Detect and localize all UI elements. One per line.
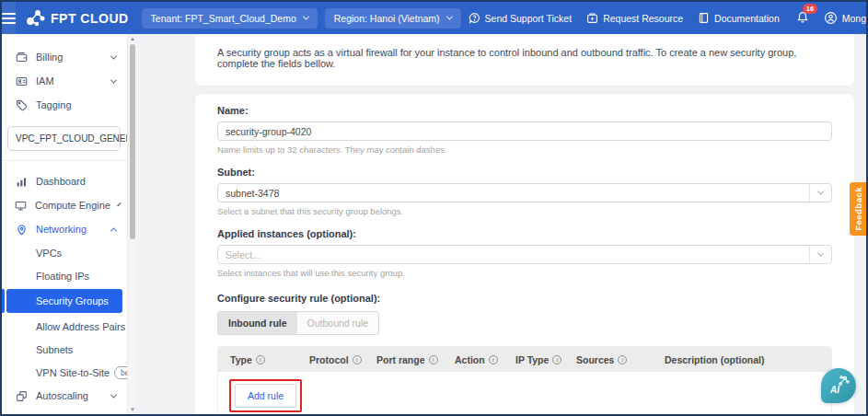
applied-instances-placeholder: Select... (218, 249, 809, 260)
tab-outbound-rule[interactable]: Outbound rule (297, 312, 379, 334)
scroll-up-arrow[interactable]: ▲ (128, 34, 137, 43)
info-icon[interactable]: i (618, 355, 627, 364)
region-selector[interactable]: Region: Hanoi (Vietnam) (325, 8, 461, 29)
documentation-link[interactable]: Documentation (698, 12, 780, 24)
name-field-group: Name: Name limits up to 32 characters. T… (217, 105, 832, 155)
vertical-scrollbar: ▲ ▼ (127, 34, 136, 414)
tag-icon (15, 99, 28, 111)
sidebar-subitem-allow-address-pairs[interactable]: Allow Address Pairs (2, 315, 127, 338)
applied-instances-field-group: Applied instances (optional): Select... … (217, 228, 832, 278)
scroll-down-arrow[interactable]: ▼ (128, 405, 137, 414)
sidebar-item-label: Billing (36, 52, 103, 63)
sidebar-subitem-vpcs[interactable]: VPCs (2, 241, 127, 264)
applied-instances-label: Applied instances (optional): (217, 228, 832, 239)
applied-instances-helper-text: Select instances that will use this secu… (217, 268, 832, 278)
sidebar-subitem-security-groups[interactable]: Security Groups (6, 289, 122, 313)
name-input[interactable] (217, 121, 832, 141)
user-menu[interactable]: Mong Nuong (824, 11, 868, 25)
security-group-form: Name: Name limits up to 32 characters. T… (195, 94, 854, 414)
chevron-down-icon (117, 202, 121, 205)
vpc-selector-value: VPC_FPT_CLOUD_GENERAL (16, 133, 127, 144)
active-indicator (2, 289, 5, 313)
subnet-label: Subnet: (217, 167, 832, 178)
name-helper-text: Name limits up to 32 characters. They ma… (217, 144, 832, 155)
sidebar-item-label: Dashboard (36, 176, 116, 187)
feedback-tab[interactable]: Feedback (850, 182, 866, 236)
monitor-icon (15, 200, 27, 212)
name-label: Name: (217, 105, 832, 116)
request-resource-label: Request Resource (603, 13, 683, 24)
ai-assistant-button[interactable]: AI (821, 368, 856, 403)
fpt-molecule-icon (25, 9, 45, 28)
request-resource-link[interactable]: Request Resource (586, 12, 683, 24)
sidebar-item-autoscaling[interactable]: Autoscaling (2, 384, 127, 408)
location-pin-icon (15, 224, 28, 236)
user-avatar-icon (824, 11, 838, 25)
info-icon[interactable]: i (353, 355, 362, 364)
column-label: IP Type (515, 354, 549, 365)
configure-rule-label: Configure security rule (optional): (217, 293, 832, 304)
chevron-up-icon (110, 227, 117, 234)
sidebar-item-label: IAM (36, 75, 103, 87)
scrollbar-thumb[interactable] (130, 44, 135, 239)
sidebar-subitem-subnets[interactable]: Subnets (2, 338, 127, 361)
documentation-label: Documentation (714, 13, 780, 24)
subnet-field-group: Subnet: subnet-3478 Select a subnet that… (217, 167, 832, 216)
top-navigation-bar: FPT CLOUD Tenant: FPT_Smart_Cloud_Demo R… (2, 2, 866, 34)
sidebar-subitem-label: Floating IPs (36, 271, 89, 282)
notification-count-badge: 16 (803, 4, 817, 14)
autoscaling-icon (15, 390, 28, 402)
sidebar-item-dashboard[interactable]: Dashboard (2, 169, 127, 193)
rules-table-body: Add rule (218, 372, 831, 414)
sidebar-item-networking[interactable]: Networking (2, 217, 127, 241)
sidebar-item-iam[interactable]: IAM (2, 69, 127, 93)
documentation-book-icon (698, 12, 710, 24)
info-icon[interactable]: i (489, 355, 498, 364)
info-icon[interactable]: i (552, 355, 561, 364)
vpc-selector[interactable]: VPC_FPT_CLOUD_GENERAL (7, 126, 121, 151)
feedback-label: Feedback (853, 187, 863, 231)
chevron-down-icon (110, 391, 117, 398)
info-icon[interactable]: i (429, 355, 438, 364)
send-support-ticket-label: Send Support Ticket (485, 13, 573, 24)
beta-badge: beta (114, 366, 127, 379)
bar-chart-icon (15, 176, 28, 188)
subnet-helper-text: Select a subnet that this security group… (217, 206, 832, 216)
subnet-select[interactable]: subnet-3478 (217, 183, 832, 202)
sidebar-item-billing[interactable]: Billing (2, 45, 127, 69)
notifications-button[interactable]: 16 (796, 10, 809, 26)
column-action: Action i (455, 354, 515, 365)
chevron-down-icon (110, 52, 117, 59)
sidebar-subitem-floating-ips[interactable]: Floating IPs (2, 264, 127, 287)
ai-molecule-icon: AI (827, 374, 851, 398)
id-card-icon (15, 75, 28, 87)
column-label: Type (230, 354, 252, 365)
tenant-selector[interactable]: Tenant: FPT_Smart_Cloud_Demo (142, 8, 318, 29)
topbar-actions: Send Support Ticket Request Resource Doc… (469, 10, 868, 26)
chevron-down-icon (809, 184, 831, 202)
add-rule-button[interactable]: Add rule (235, 384, 296, 408)
sidebar-subitem-label: Security Groups (36, 295, 109, 306)
column-label: Sources (576, 354, 614, 365)
send-support-ticket-link[interactable]: Send Support Ticket (469, 12, 573, 24)
svg-text:AI: AI (829, 385, 839, 395)
region-label: Region: Hanoi (Vietnam) (334, 13, 440, 24)
info-icon[interactable]: i (256, 355, 265, 364)
sidebar-subitem-vpn-site-to-site[interactable]: VPN Site-to-Site beta (2, 361, 127, 384)
user-name: Mong Nuong (842, 13, 868, 24)
column-sources: Sources i (576, 354, 665, 365)
tab-inbound-rule[interactable]: Inbound rule (218, 312, 297, 334)
chevron-down-icon (303, 14, 309, 20)
sidebar-item-label: Autoscaling (36, 390, 103, 401)
support-chat-icon (469, 12, 480, 24)
sidebar-subitem-label: Subnets (36, 344, 73, 355)
column-type: Type i (230, 354, 309, 365)
column-description: Description (optional) (665, 354, 831, 365)
hamburger-menu-button[interactable] (2, 2, 16, 34)
sidebar-item-tagging[interactable]: Tagging (2, 93, 127, 117)
applied-instances-select[interactable]: Select... (217, 245, 832, 264)
sidebar-item-compute-engine[interactable]: Compute Engine (2, 193, 127, 217)
sidebar-item-load-balancer[interactable]: Load Balancer (2, 408, 127, 414)
column-label: Port range (376, 354, 425, 365)
hamburger-icon (2, 10, 16, 27)
